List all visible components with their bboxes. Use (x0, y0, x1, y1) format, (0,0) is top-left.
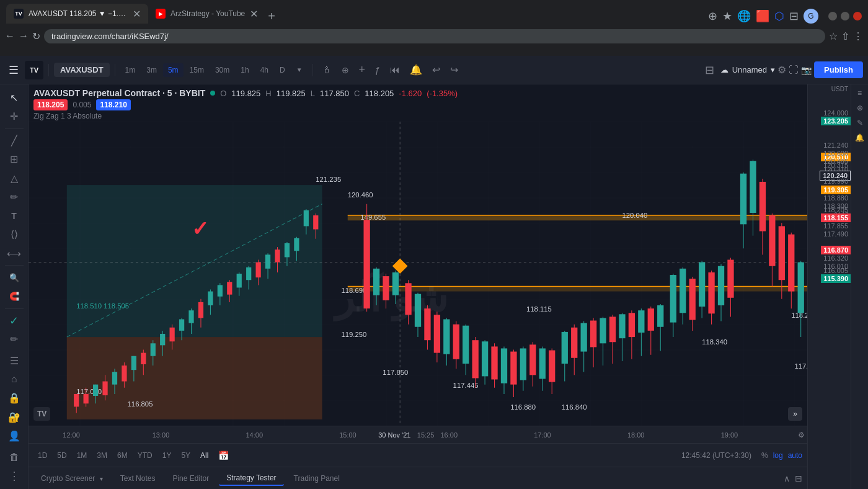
browser-settings-icon[interactable]: ⋮ (853, 30, 863, 42)
tab-tradingview[interactable]: TV AVAXUSDT 118.205 ▼ −1.32% U... ✕ (6, 4, 148, 24)
log-toggle[interactable]: log (773, 451, 783, 460)
scroll-right-button[interactable]: » (788, 407, 802, 421)
back-button[interactable]: ← (5, 30, 15, 42)
right-tool-3[interactable]: ✎ (854, 117, 866, 129)
cursor-tool[interactable]: ↖ (5, 89, 24, 105)
tab-trading-panel[interactable]: Trading Panel (286, 472, 347, 485)
chart-type-button[interactable]: ⊕ (338, 63, 353, 78)
period-1m[interactable]: 1M (73, 449, 92, 462)
tab-close-tv[interactable]: ✕ (133, 8, 141, 20)
user-tool[interactable]: 👤 (5, 428, 24, 444)
tab-text-notes[interactable]: Text Notes (113, 472, 163, 485)
period-6m[interactable]: 6M (113, 449, 132, 462)
unnamed-button[interactable]: ☁ Unnamed ▾ (720, 65, 775, 74)
draw-trend-tool[interactable]: ╱ (5, 132, 24, 148)
publish-button[interactable]: Publish (814, 61, 863, 78)
period-5d[interactable]: 5D (53, 449, 71, 462)
tf-30m[interactable]: 30m (210, 63, 234, 77)
profile-avatar[interactable]: G (804, 9, 818, 24)
new-tab-button[interactable]: + (268, 9, 275, 24)
draw-pattern-tool[interactable]: ⟨⟩ (5, 227, 24, 243)
tf-3m[interactable]: 3m (141, 63, 162, 77)
reload-button[interactable]: ↻ (32, 30, 40, 42)
tf-dropdown[interactable]: ▼ (291, 63, 308, 77)
home-tool[interactable]: ⌂ (5, 371, 24, 387)
pencil-tool[interactable]: ✏ (5, 331, 24, 348)
checkmark-tool[interactable]: ✓ (5, 313, 24, 329)
expand-panel-button[interactable]: ⊟ (795, 473, 802, 483)
trash-tool[interactable]: 🗑 (5, 449, 24, 465)
ticker-selector[interactable]: AVAXUSDT (54, 63, 110, 77)
time-settings-icon[interactable]: ⚙ (798, 431, 805, 439)
lock-tool[interactable]: 🔐 (5, 409, 24, 425)
maximize-button[interactable]: □ (841, 12, 849, 20)
level-117230: 117.230 (794, 362, 807, 370)
chart-canvas[interactable]: 121.235 120.460 149.655 120.040 118.690 … (29, 122, 807, 426)
percent-toggle[interactable]: % (761, 451, 768, 460)
crypto-screener-dropdown[interactable]: ▾ (100, 475, 103, 482)
tf-5m[interactable]: 5m (163, 63, 184, 77)
bookmark-icon[interactable]: ☆ (829, 30, 838, 42)
alert-button[interactable]: 🔔 (406, 61, 426, 78)
crosshair-tool[interactable]: ✛ (5, 108, 24, 124)
bar-replay-button[interactable]: ⏮ (386, 62, 404, 78)
watchlist-icon[interactable]: ≡ (854, 87, 866, 99)
close-button[interactable]: ✕ (853, 12, 862, 20)
screenshot-button[interactable]: 📷 (801, 65, 812, 75)
tab-crypto-screener[interactable]: Crypto Screener ▾ (33, 472, 110, 485)
period-1y[interactable]: 1Y (158, 449, 176, 462)
right-tool-2[interactable]: ⊕ (854, 102, 866, 114)
price-118155-highlight: 118.155 (821, 213, 851, 222)
svg-rect-94 (562, 332, 568, 364)
extension-icon-5[interactable]: ⬡ (774, 9, 784, 23)
draw-geo-tool[interactable]: △ (5, 170, 24, 186)
annotation-tool[interactable]: ✏ (5, 189, 24, 205)
tf-1m[interactable]: 1m (120, 63, 141, 77)
period-5y[interactable]: 5Y (177, 449, 195, 462)
collapse-panel-button[interactable]: ∧ (784, 473, 790, 483)
draw-fib-tool[interactable]: ⊞ (5, 151, 24, 168)
compare-button[interactable]: + (355, 61, 370, 79)
layout-toggle[interactable]: ⊟ (701, 61, 718, 79)
period-ytd[interactable]: YTD (133, 449, 157, 462)
extension-icon-4[interactable]: 🟥 (756, 9, 769, 23)
auto-toggle[interactable]: auto (788, 451, 802, 460)
menu-button[interactable]: ☰ (5, 61, 22, 79)
period-3m[interactable]: 3M (92, 449, 112, 462)
tab-strategy-tester[interactable]: Strategy Tester (219, 471, 283, 486)
redo-button[interactable]: ↪ (446, 61, 462, 78)
minimize-button[interactable]: – (828, 12, 837, 20)
extension-icon-6[interactable]: ⊟ (789, 9, 799, 23)
right-tool-4[interactable]: 🔔 (854, 132, 866, 144)
address-bar[interactable]: tradingview.com/chart/iKSEwd7j/ (44, 29, 825, 43)
extension-icon-3[interactable]: 🌐 (737, 9, 751, 23)
tab-youtube[interactable]: ▶ ArzStrategy - YouTube ✕ (148, 4, 265, 24)
zoom-tool[interactable]: 🔍 (5, 269, 24, 285)
period-1d[interactable]: 1D (33, 449, 51, 462)
tf-d[interactable]: D (275, 63, 290, 77)
magnet-tool[interactable]: 🧲 (5, 288, 24, 304)
undo-button[interactable]: ↩ (428, 61, 444, 78)
extension-icon-2[interactable]: ★ (722, 9, 732, 23)
more-tool[interactable]: ⋮ (5, 468, 24, 484)
bar-style-button[interactable]: 🕯 (318, 62, 335, 78)
extension-icon-1[interactable]: ⊕ (708, 9, 717, 23)
fullscreen-button[interactable]: ⛶ (789, 65, 799, 76)
tf-1h[interactable]: 1h (236, 63, 254, 77)
period-toolbar: 1D 5D 1M 3M 6M YTD 1Y 5Y All 📅 12:45:42 … (29, 443, 807, 467)
text-tool[interactable]: T (5, 207, 24, 223)
portfolio-tool[interactable]: 🔒 (5, 390, 24, 406)
share-icon[interactable]: ⇧ (841, 30, 849, 42)
tab-pine-editor[interactable]: Pine Editor (165, 472, 216, 485)
draw-measure-tool[interactable]: ⟷ (5, 245, 24, 261)
tf-15m[interactable]: 15m (185, 63, 209, 77)
chart-settings-button[interactable]: ⚙ (777, 64, 786, 76)
indicators-button[interactable]: ƒ (371, 63, 384, 78)
svg-rect-50 (304, 210, 309, 227)
forward-button[interactable]: → (19, 30, 29, 42)
tab-close-yt[interactable]: ✕ (250, 8, 258, 20)
period-all[interactable]: All (196, 449, 213, 462)
tf-4h[interactable]: 4h (255, 63, 273, 77)
period-date-picker[interactable]: 📅 (214, 449, 233, 462)
watchlist-tool[interactable]: ☰ (5, 352, 24, 369)
